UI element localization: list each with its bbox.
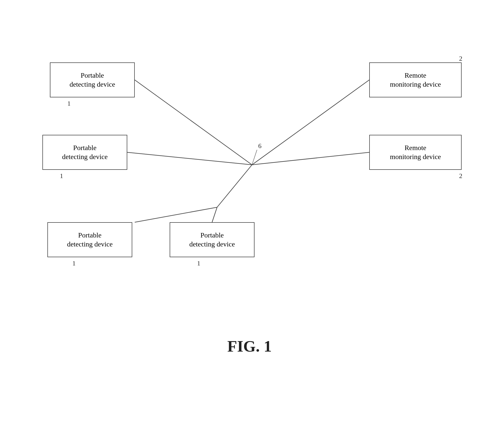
svg-line-4 xyxy=(212,207,217,222)
label-1-bot-left: 1 xyxy=(72,260,76,267)
node-pdd-bot-right: Portabledetecting device xyxy=(170,222,254,257)
node-rmd-top-right: Remotemonitoring device xyxy=(369,62,462,97)
label-2-top-right: 2 xyxy=(459,55,462,62)
svg-line-6 xyxy=(252,152,369,165)
node-pdd-mid-left: Portabledetecting device xyxy=(42,135,127,170)
node-pdd-top-left-label: Portabledetecting device xyxy=(70,71,115,89)
node-pdd-bot-left-label: Portabledetecting device xyxy=(67,231,113,249)
node-pdd-bot-right-label: Portabledetecting device xyxy=(189,231,235,249)
node-rmd-top-right-label: Remotemonitoring device xyxy=(390,71,441,89)
diagram-container: 6 Portabledetecting device 1 Portabledet… xyxy=(0,0,504,423)
svg-line-3 xyxy=(135,207,217,222)
svg-line-5 xyxy=(252,80,369,165)
svg-line-1 xyxy=(127,152,252,165)
label-1-mid-left: 1 xyxy=(60,172,63,180)
svg-line-7 xyxy=(252,150,257,165)
label-1-bot-right: 1 xyxy=(197,260,200,267)
node-pdd-bot-left: Portabledetecting device xyxy=(47,222,132,257)
node-pdd-mid-left-label: Portabledetecting device xyxy=(62,143,108,162)
label-1-top-left: 1 xyxy=(67,100,71,107)
figure-label: FIG. 1 xyxy=(200,337,299,356)
svg-line-0 xyxy=(135,80,252,165)
node-rmd-mid-right: Remotemonitoring device xyxy=(369,135,462,170)
node-pdd-top-left: Portabledetecting device xyxy=(50,62,135,97)
svg-line-2 xyxy=(217,165,252,207)
label-2-mid-right: 2 xyxy=(459,172,462,180)
hub-label: 6 xyxy=(258,142,261,150)
node-rmd-mid-right-label: Remotemonitoring device xyxy=(390,143,441,162)
